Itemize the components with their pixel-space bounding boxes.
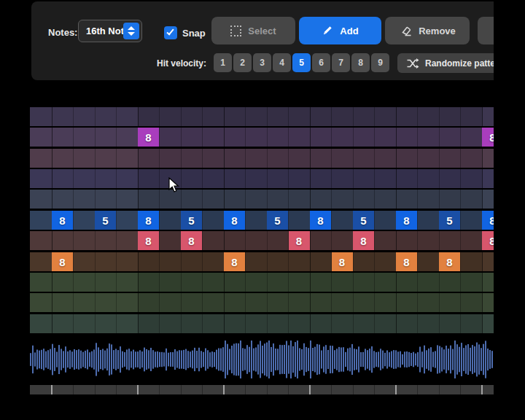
grid-cell[interactable] [224,314,246,333]
grid-cell[interactable] [439,273,461,292]
grid-cell[interactable] [245,190,267,209]
grid-row-0[interactable] [30,107,494,126]
grid-cell[interactable] [95,293,117,312]
grid-cell[interactable] [138,252,160,271]
velocity-button-6[interactable]: 6 [312,53,330,72]
grid-cell[interactable] [460,293,482,312]
grid-cell[interactable] [310,128,332,147]
grid-cell[interactable] [396,149,418,168]
velocity-button-5[interactable]: 5 [292,53,311,72]
grid-cell[interactable] [116,128,138,147]
grid-cell[interactable] [396,293,418,312]
grid-cell[interactable] [224,128,246,147]
grid-cell[interactable] [310,231,332,250]
grid-cell[interactable] [267,273,289,292]
grid-cell[interactable] [417,252,439,271]
grid-cell[interactable] [310,314,332,333]
grid-cell[interactable] [267,149,289,168]
grid-row-10[interactable] [30,314,494,333]
grid-cell[interactable] [52,190,74,209]
grid-cell[interactable] [202,293,224,312]
grid-cell[interactable] [245,128,267,147]
grid-cell[interactable] [267,190,289,209]
grid-cell[interactable] [181,149,203,168]
grid-cell[interactable] [331,190,353,209]
grid-row-3[interactable] [30,169,494,188]
grid-cell[interactable] [353,252,375,271]
grid-cell[interactable] [417,293,439,312]
grid-cell[interactable] [138,107,160,126]
grid-cell[interactable] [181,107,203,126]
grid-cell[interactable] [202,107,224,126]
note-cell-blue8[interactable]: 8 [52,211,73,230]
grid-cell[interactable] [202,273,224,292]
grid-cell[interactable] [73,314,95,333]
grid-cell[interactable] [310,149,332,168]
note-cell-orange[interactable]: 8 [224,252,245,271]
grid-cell[interactable] [52,149,74,168]
note-cell-blue5[interactable]: 5 [181,211,202,230]
grid-cell[interactable] [138,273,160,292]
grid-cell[interactable] [224,169,246,188]
grid-cell[interactable] [245,293,267,312]
grid-cell[interactable] [30,149,52,168]
velocity-button-9[interactable]: 9 [371,53,389,72]
grid-cell[interactable] [202,169,224,188]
velocity-button-7[interactable]: 7 [332,53,350,72]
grid-cell[interactable] [331,273,353,292]
grid-cell[interactable] [159,128,181,147]
grid-cell[interactable] [310,169,332,188]
grid-cell[interactable] [331,128,353,147]
grid-cell[interactable] [288,273,310,292]
grid-cell[interactable] [138,169,160,188]
grid-cell[interactable] [159,273,181,292]
grid-cell[interactable] [310,107,332,126]
grid-cell[interactable] [460,128,482,147]
add-button[interactable]: Add [299,17,381,44]
note-cell-orange[interactable]: 8 [439,252,460,271]
grid-cell[interactable] [396,231,418,250]
grid-cell[interactable] [73,169,95,188]
grid-cell[interactable] [181,252,203,271]
grid-cell[interactable] [95,107,117,126]
grid-cell[interactable] [202,231,224,250]
note-cell-blue8[interactable]: 8 [224,211,245,230]
grid-cell[interactable] [460,149,482,168]
note-cell-blue5[interactable]: 5 [95,211,116,230]
grid-cell[interactable] [245,149,267,168]
grid-cell[interactable] [460,211,482,230]
grid-row-9[interactable] [30,293,494,312]
grid-cell[interactable] [224,231,246,250]
grid-cell[interactable] [95,169,117,188]
note-cell-magenta[interactable]: 8 [138,128,159,147]
note-cell-orange[interactable]: 8 [332,252,353,271]
velocity-button-3[interactable]: 3 [253,53,271,72]
grid-cell[interactable] [181,128,203,147]
grid-row-4[interactable] [30,190,494,209]
grid-cell[interactable] [353,190,375,209]
grid-cell[interactable] [159,314,181,333]
grid-cell[interactable] [30,211,52,230]
grid-cell[interactable] [202,149,224,168]
grid-cell[interactable] [116,273,138,292]
grid-cell[interactable] [159,252,181,271]
note-cell-blue5[interactable]: 5 [439,211,460,230]
step-grid[interactable]: 88858585858588888888888 [30,107,494,335]
grid-cell[interactable] [159,211,181,230]
grid-cell[interactable] [374,252,396,271]
grid-cell[interactable] [374,273,396,292]
grid-cell[interactable] [439,293,461,312]
grid-cell[interactable] [159,107,181,126]
grid-cell[interactable] [396,314,418,333]
grid-cell[interactable] [202,190,224,209]
grid-cell[interactable] [245,252,267,271]
grid-cell[interactable] [52,169,74,188]
grid-cell[interactable] [267,128,289,147]
grid-cell[interactable] [245,211,267,230]
grid-cell[interactable] [73,107,95,126]
grid-cell[interactable] [396,169,418,188]
grid-cell[interactable] [460,252,482,271]
grid-cell[interactable] [310,190,332,209]
grid-cell[interactable] [95,231,117,250]
grid-cell[interactable] [331,169,353,188]
